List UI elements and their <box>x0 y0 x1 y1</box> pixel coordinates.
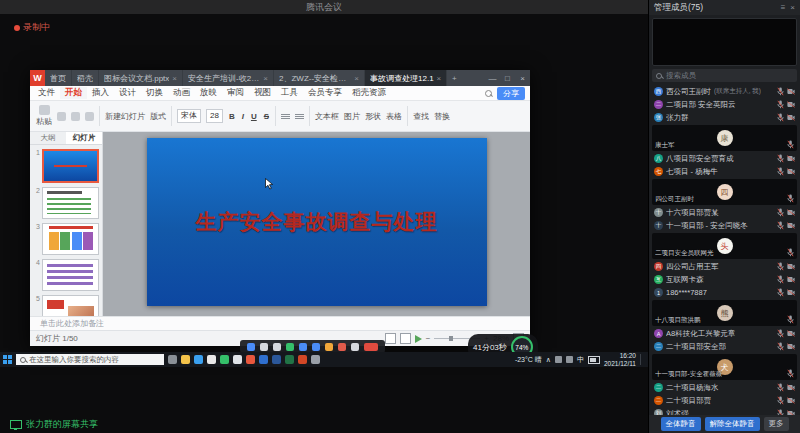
wps-document-tab[interactable]: 首页 × <box>45 70 72 86</box>
copy-icon[interactable] <box>71 112 80 121</box>
wps-menu-tab[interactable]: 稻壳资源 <box>347 87 391 99</box>
member-row[interactable]: 七 七项目 - 杨梅牛 <box>649 165 800 178</box>
slideshow-icon[interactable] <box>415 335 422 343</box>
current-slide[interactable]: 生产安全事故调查与处理 <box>147 138 487 306</box>
share-screen-icon[interactable] <box>286 343 294 351</box>
insert-table-button[interactable]: 表格 <box>386 111 402 122</box>
taskbar-app-chrome[interactable] <box>207 355 216 364</box>
mic-off-icon[interactable] <box>777 329 784 338</box>
mic-off-icon[interactable] <box>787 315 794 324</box>
slide-canvas[interactable]: 生产安全事故调查与处理 <box>103 132 530 316</box>
search-icon[interactable] <box>485 90 492 97</box>
wps-menu-tab[interactable]: 会员专享 <box>303 87 347 99</box>
member-row[interactable]: A A8科技化工兴黎元章 <box>649 327 800 340</box>
wps-menu-tab[interactable]: 放映 <box>195 87 222 99</box>
video-icon[interactable] <box>273 343 281 351</box>
notes-area[interactable]: 单击此处添加备注 <box>30 316 530 330</box>
mic-off-icon[interactable] <box>777 87 784 96</box>
underline-button[interactable]: U <box>250 112 258 121</box>
member-video-tile[interactable]: 头 二项目安全员联网光 <box>652 233 797 259</box>
camera-off-icon[interactable] <box>787 222 795 229</box>
meeting-info-icon[interactable] <box>247 343 255 351</box>
slide-thumbnail[interactable]: 3 <box>33 223 99 255</box>
camera-off-icon[interactable] <box>787 343 795 350</box>
camera-off-icon[interactable] <box>787 330 795 337</box>
align-center-icon[interactable] <box>295 114 304 119</box>
mic-off-icon[interactable] <box>787 369 794 378</box>
mic-off-icon[interactable] <box>777 113 784 122</box>
format-painter-icon[interactable] <box>85 112 94 121</box>
member-video-tile[interactable]: 四 四公司王副时 <box>652 179 797 205</box>
taskbar-app-notepad[interactable] <box>311 355 320 364</box>
minimize-button[interactable]: — <box>485 70 500 86</box>
settings-icon[interactable] <box>351 343 359 351</box>
taskbar-search-input[interactable]: 在这里输入你要搜索的内容 <box>16 354 164 365</box>
wps-document-tab[interactable]: 安全生产培训-收2019 × <box>183 70 274 86</box>
wps-menu-tab[interactable]: 视图 <box>249 87 276 99</box>
italic-button[interactable]: I <box>241 112 245 121</box>
mic-off-icon[interactable] <box>777 221 784 230</box>
paste-button[interactable]: 粘贴 <box>36 105 52 127</box>
member-row[interactable]: 二 二十项目杨海水 <box>649 381 800 394</box>
camera-off-icon[interactable] <box>787 384 795 391</box>
wps-document-tab[interactable]: 2、ZWZ--安全检查表... × <box>274 70 365 86</box>
layout-button[interactable]: 版式 <box>150 111 166 122</box>
member-row[interactable]: 二 二十项目部安全部 <box>649 340 800 353</box>
wps-menu-tab[interactable]: 插入 <box>87 87 114 99</box>
font-size-select[interactable]: 28 <box>206 109 223 123</box>
mic-off-icon[interactable] <box>777 100 784 109</box>
weather-widget[interactable]: -23°C 晴 <box>515 355 542 365</box>
taskbar-app-ppt[interactable] <box>298 355 307 364</box>
mic-off-icon[interactable] <box>787 140 794 149</box>
wps-document-tab[interactable]: 图标会议文档.pptx × <box>99 70 183 86</box>
panel-close-icon[interactable]: × <box>790 3 795 12</box>
find-button[interactable]: 查找 <box>413 111 429 122</box>
normal-view-icon[interactable] <box>385 333 396 344</box>
insert-picture-button[interactable]: 图片 <box>344 111 360 122</box>
member-search-input[interactable]: 搜索成员 <box>652 69 797 82</box>
tab-close-icon[interactable]: × <box>354 74 359 83</box>
tab-close-icon[interactable]: × <box>172 74 177 83</box>
member-row[interactable]: 二 二十项目部贾 <box>649 394 800 407</box>
mic-off-icon[interactable] <box>777 208 784 217</box>
main-video-tile[interactable] <box>652 18 797 66</box>
camera-off-icon[interactable] <box>787 168 795 175</box>
mic-off-icon[interactable] <box>787 194 794 203</box>
mic-off-icon[interactable] <box>777 288 784 297</box>
member-row[interactable]: 1 186****7887 <box>649 286 800 299</box>
tab-outline[interactable]: 大纲 <box>30 132 66 144</box>
wps-logo-icon[interactable]: W <box>30 70 45 86</box>
members-icon[interactable] <box>312 343 320 351</box>
tray-expand-icon[interactable]: ∧ <box>546 356 551 364</box>
ime-indicator[interactable]: 中 <box>577 355 584 365</box>
camera-off-icon[interactable] <box>787 101 795 108</box>
taskbar-app-excel[interactable] <box>285 355 294 364</box>
cut-icon[interactable] <box>57 112 66 121</box>
member-video-tile[interactable]: 犬 十一项目部-安全霍薇薇 <box>652 354 797 380</box>
camera-off-icon[interactable] <box>787 114 795 121</box>
camera-off-icon[interactable] <box>787 289 795 296</box>
camera-off-icon[interactable] <box>787 88 795 95</box>
unmute-all-button[interactable]: 解除全体静音 <box>705 417 760 431</box>
replace-button[interactable]: 替换 <box>434 111 450 122</box>
taskbar-app-task-view[interactable] <box>168 355 177 364</box>
taskbar-app-wps[interactable] <box>246 355 255 364</box>
insert-shapes-button[interactable]: 形状 <box>365 111 381 122</box>
mute-icon[interactable] <box>260 343 268 351</box>
taskbar-app-word[interactable] <box>272 355 281 364</box>
notification-center-button[interactable] <box>640 354 645 365</box>
wps-menu-tab[interactable]: 开始 <box>60 87 87 99</box>
maximize-button[interactable]: □ <box>500 70 515 86</box>
mic-off-icon[interactable] <box>787 248 794 257</box>
record-icon[interactable] <box>338 343 346 351</box>
leave-icon[interactable] <box>364 343 378 351</box>
mute-all-button[interactable]: 全体静音 <box>661 417 701 431</box>
share-document-button[interactable]: 分享 <box>497 87 525 100</box>
tab-close-icon[interactable]: × <box>263 74 268 83</box>
volume-icon[interactable] <box>566 356 573 363</box>
camera-off-icon[interactable] <box>787 276 795 283</box>
member-row[interactable]: 四 四公司占用王军 <box>649 260 800 273</box>
insert-textbox-button[interactable]: 文本框 <box>315 111 339 122</box>
wps-menu-tab[interactable]: 动画 <box>168 87 195 99</box>
battery-icon[interactable] <box>588 356 600 364</box>
